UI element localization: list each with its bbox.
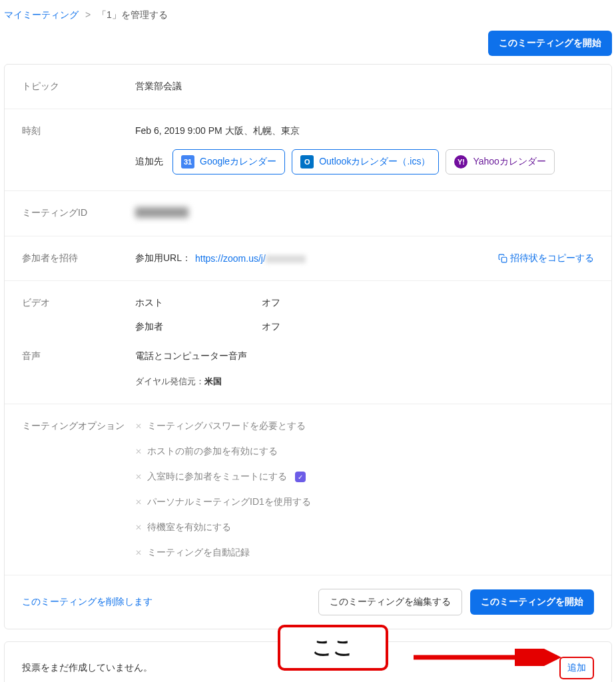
option-text: ミーティングパスワードを必要とする [147,420,306,432]
yahoo-calendar-icon: Y! [454,155,467,169]
outlook-calendar-label: Outlookカレンダー（.ics） [319,156,430,168]
info-badge-icon: ✓ [295,472,306,482]
meeting-detail-card: トピック 営業部会議 時刻 Feb 6, 2019 9:00 PM 大阪、札幌、… [4,64,612,629]
option-item: ✕ホストの前の参加を有効にする [135,446,594,458]
copy-icon [498,254,507,263]
google-calendar-label: Googleカレンダー [200,156,276,168]
footer-actions: このミーティングを削除します このミーティングを編集する このミーティングを開始 [5,575,611,629]
time-value: Feb 6, 2019 9:00 PM 大阪、札幌、東京 [135,125,594,137]
options-list: ✕ミーティングパスワードを必要とする✕ホストの前の参加を有効にする✕入室時に参加… [135,420,594,559]
breadcrumb-separator: > [85,9,91,20]
option-item: ✕入室時に参加者をミュートにする✓ [135,471,594,483]
annotation-callout: ここ [278,625,388,671]
meeting-id-label: ミーティングID [22,207,135,220]
start-meeting-button-top[interactable]: このミーティングを開始 [488,31,612,56]
host-label: ホスト [135,297,262,309]
svg-rect-0 [501,257,507,262]
topic-label: トピック [22,81,135,93]
copy-invite-button[interactable]: 招待状をコピーする [498,252,594,264]
x-icon: ✕ [135,422,142,431]
meeting-id-value-redacted [135,207,188,218]
audio-dial-info: ダイヤル発信元：米国 [135,376,594,388]
outlook-calendar-button[interactable]: O Outlookカレンダー（.ics） [292,149,439,174]
option-item: ✕パーソナルミーティングID1を使用する [135,496,594,508]
option-text: ホストの前の参加を有効にする [147,446,278,458]
option-item: ✕ミーティングパスワードを必要とする [135,420,594,432]
x-icon: ✕ [135,548,142,557]
host-video-value: オフ [262,297,594,309]
join-url-link[interactable]: https://zoom.us/j/ [195,253,306,264]
option-text: 待機室を有効にする [147,521,231,533]
option-text: パーソナルミーティングID1を使用する [147,496,311,508]
audio-value: 電話とコンピューター音声 [135,350,594,362]
poll-empty-text: 投票をまだ作成していません。 [22,662,153,674]
yahoo-calendar-button[interactable]: Y! Yahooカレンダー [446,149,554,174]
edit-meeting-button[interactable]: このミーティングを編集する [318,589,462,615]
x-icon: ✕ [135,447,142,456]
annotation-arrow-icon [414,649,567,666]
start-meeting-button-bottom[interactable]: このミーティングを開始 [470,589,594,615]
add-to-label: 追加先 [135,156,163,168]
x-icon: ✕ [135,523,142,532]
x-icon: ✕ [135,498,142,507]
participant-video-value: オフ [262,321,594,333]
invite-section: 参加者を招待 参加用URL： https://zoom.us/j/ 招待状をコピ… [5,236,611,281]
outlook-calendar-icon: O [300,155,314,169]
video-audio-section: ビデオ ホスト オフ 参加者 オフ 音声 電話とコンピューター音声 ダイヤル発信… [5,281,611,404]
delete-meeting-link[interactable]: このミーティングを削除します [22,596,153,608]
time-label: 時刻 [22,125,135,174]
options-label: ミーティングオプション [22,420,135,559]
google-calendar-icon: 31 [181,155,194,169]
option-item: ✕待機室を有効にする [135,521,594,533]
audio-label: 音声 [22,350,135,388]
option-item: ✕ミーティングを自動記録 [135,547,594,559]
meeting-id-section: ミーティングID [5,191,611,236]
time-section: 時刻 Feb 6, 2019 9:00 PM 大阪、札幌、東京 追加先 31 G… [5,109,611,191]
x-icon: ✕ [135,472,142,482]
topic-value: 営業部会議 [135,81,594,93]
poll-card: ここ 投票をまだ作成していません。 追加 [4,641,612,682]
join-url-label: 参加用URL： [135,252,191,264]
yahoo-calendar-label: Yahooカレンダー [473,156,545,168]
google-calendar-button[interactable]: 31 Googleカレンダー [172,149,285,174]
copy-invite-label: 招待状をコピーする [510,252,594,264]
video-label: ビデオ [22,297,135,333]
option-text: ミーティングを自動記録 [147,547,250,559]
option-text: 入室時に参加者をミュートにする [147,471,287,483]
options-section: ミーティングオプション ✕ミーティングパスワードを必要とする✕ホストの前の参加を… [5,404,611,575]
breadcrumb-parent-link[interactable]: マイミーティング [4,9,79,20]
participant-label: 参加者 [135,321,262,333]
topic-section: トピック 営業部会議 [5,65,611,109]
breadcrumb: マイミーティング > 「1」を管理する [0,0,616,31]
join-url-redacted [266,255,306,263]
invite-label: 参加者を招待 [22,252,135,264]
breadcrumb-current: 「1」を管理する [97,9,168,20]
